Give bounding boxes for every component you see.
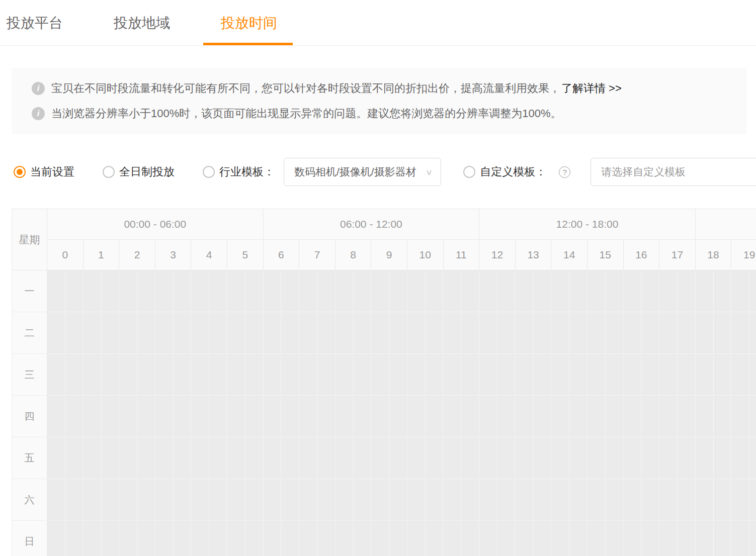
schedule-cell[interactable] bbox=[659, 437, 678, 479]
schedule-cell[interactable] bbox=[119, 312, 137, 354]
schedule-cell[interactable] bbox=[407, 479, 425, 521]
schedule-cell[interactable] bbox=[83, 354, 101, 396]
schedule-cell[interactable] bbox=[65, 354, 83, 396]
schedule-cell[interactable] bbox=[299, 270, 317, 312]
schedule-cell[interactable] bbox=[443, 396, 461, 437]
schedule-cell[interactable] bbox=[47, 270, 65, 312]
schedule-cell[interactable] bbox=[425, 437, 443, 479]
schedule-cell[interactable] bbox=[209, 479, 227, 521]
schedule-cell[interactable] bbox=[551, 479, 569, 521]
schedule-cell[interactable] bbox=[551, 437, 569, 479]
schedule-cell[interactable] bbox=[47, 437, 65, 479]
schedule-cell[interactable] bbox=[479, 437, 497, 479]
schedule-cell[interactable] bbox=[443, 479, 461, 521]
schedule-cell[interactable] bbox=[263, 312, 281, 354]
schedule-cell[interactable] bbox=[677, 354, 695, 396]
radio-button[interactable] bbox=[14, 166, 26, 178]
schedule-cell[interactable] bbox=[335, 437, 353, 479]
schedule-cell[interactable] bbox=[425, 270, 443, 312]
schedule-cell[interactable] bbox=[677, 396, 695, 437]
schedule-cell[interactable] bbox=[407, 270, 425, 312]
schedule-cell[interactable] bbox=[695, 437, 713, 479]
schedule-cell[interactable] bbox=[65, 270, 83, 312]
schedule-cell[interactable] bbox=[425, 354, 443, 396]
schedule-cell[interactable] bbox=[353, 396, 371, 437]
schedule-cell[interactable] bbox=[281, 479, 299, 521]
schedule-cell[interactable] bbox=[137, 437, 155, 479]
schedule-cell[interactable] bbox=[335, 396, 353, 437]
schedule-cell[interactable] bbox=[317, 396, 335, 437]
schedule-cell[interactable] bbox=[245, 479, 263, 521]
schedule-cell[interactable] bbox=[461, 312, 479, 354]
schedule-cell[interactable] bbox=[263, 396, 281, 437]
schedule-cell[interactable] bbox=[119, 479, 137, 521]
schedule-cell[interactable] bbox=[47, 479, 65, 521]
schedule-cell[interactable] bbox=[515, 479, 533, 521]
schedule-cell[interactable] bbox=[443, 270, 461, 312]
schedule-cell[interactable] bbox=[461, 354, 479, 396]
schedule-cell[interactable] bbox=[137, 396, 155, 437]
schedule-cell[interactable] bbox=[425, 479, 443, 521]
schedule-cell[interactable] bbox=[497, 437, 515, 479]
radio-button[interactable] bbox=[103, 166, 115, 178]
schedule-cell[interactable] bbox=[551, 270, 569, 312]
schedule-cell[interactable] bbox=[317, 270, 335, 312]
schedule-cell[interactable] bbox=[623, 521, 641, 556]
schedule-cell[interactable] bbox=[695, 270, 713, 312]
schedule-cell[interactable] bbox=[515, 521, 533, 556]
schedule-cell[interactable] bbox=[335, 312, 353, 354]
schedule-cell[interactable] bbox=[713, 437, 731, 479]
schedule-cell[interactable] bbox=[569, 312, 587, 354]
schedule-cell[interactable] bbox=[407, 312, 425, 354]
schedule-cell[interactable] bbox=[623, 479, 641, 521]
schedule-cell[interactable] bbox=[677, 270, 695, 312]
schedule-cell[interactable] bbox=[317, 312, 335, 354]
schedule-cell[interactable] bbox=[227, 354, 245, 396]
industry-template-select[interactable]: 数码相机/摄像机/摄影器材 ∨ bbox=[284, 158, 441, 186]
schedule-cell[interactable] bbox=[119, 270, 137, 312]
schedule-cell[interactable] bbox=[155, 270, 173, 312]
schedule-cell[interactable] bbox=[155, 312, 173, 354]
schedule-cell[interactable] bbox=[263, 354, 281, 396]
schedule-cell[interactable] bbox=[227, 521, 245, 556]
radio-button[interactable] bbox=[203, 166, 215, 178]
schedule-cell[interactable] bbox=[101, 396, 119, 437]
schedule-cell[interactable] bbox=[587, 479, 605, 521]
schedule-cell[interactable] bbox=[83, 437, 101, 479]
schedule-cell[interactable] bbox=[425, 312, 443, 354]
schedule-cell[interactable] bbox=[515, 270, 533, 312]
schedule-cell[interactable] bbox=[281, 521, 299, 556]
schedule-cell[interactable] bbox=[407, 396, 425, 437]
schedule-cell[interactable] bbox=[137, 354, 155, 396]
schedule-cell[interactable] bbox=[155, 396, 173, 437]
schedule-cell[interactable] bbox=[659, 396, 678, 437]
schedule-cell[interactable] bbox=[569, 270, 587, 312]
schedule-cell[interactable] bbox=[299, 437, 317, 479]
schedule-cell[interactable] bbox=[713, 312, 731, 354]
schedule-cell[interactable] bbox=[749, 396, 756, 437]
schedule-cell[interactable] bbox=[461, 396, 479, 437]
schedule-cell[interactable] bbox=[641, 270, 659, 312]
schedule-cell[interactable] bbox=[263, 521, 281, 556]
schedule-cell[interactable] bbox=[83, 521, 101, 556]
schedule-cell[interactable] bbox=[407, 354, 425, 396]
schedule-cell[interactable] bbox=[389, 396, 407, 437]
schedule-cell[interactable] bbox=[497, 312, 515, 354]
schedule-cell[interactable] bbox=[695, 354, 713, 396]
schedule-cell[interactable] bbox=[137, 312, 155, 354]
radio-full-day[interactable]: 全日制投放 bbox=[103, 164, 175, 179]
schedule-cell[interactable] bbox=[749, 354, 756, 396]
schedule-cell[interactable] bbox=[335, 479, 353, 521]
schedule-cell[interactable] bbox=[713, 396, 731, 437]
schedule-cell[interactable] bbox=[479, 270, 497, 312]
schedule-cell[interactable] bbox=[677, 437, 695, 479]
schedule-cell[interactable] bbox=[371, 479, 389, 521]
schedule-cell[interactable] bbox=[695, 396, 713, 437]
schedule-cell[interactable] bbox=[191, 479, 209, 521]
schedule-cell[interactable] bbox=[335, 270, 353, 312]
schedule-cell[interactable] bbox=[623, 437, 641, 479]
schedule-cell[interactable] bbox=[479, 354, 497, 396]
schedule-cell[interactable] bbox=[695, 479, 713, 521]
schedule-cell[interactable] bbox=[209, 270, 227, 312]
schedule-cell[interactable] bbox=[443, 437, 461, 479]
